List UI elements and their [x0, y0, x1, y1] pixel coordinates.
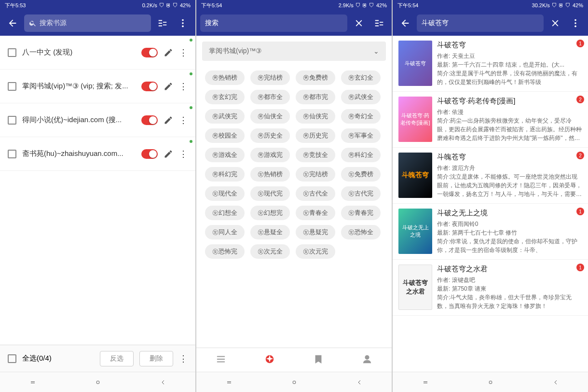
delete-button[interactable]: 删除: [139, 351, 173, 366]
category-tag[interactable]: ㊛次元全: [250, 244, 290, 259]
source-checkbox[interactable]: [8, 150, 16, 158]
edit-icon[interactable]: [164, 82, 173, 91]
more-menu-button[interactable]: [567, 14, 584, 32]
back-icon[interactable]: [356, 378, 363, 386]
category-tag[interactable]: ㊛次元完: [296, 244, 335, 259]
search-input[interactable]: 搜索: [200, 14, 347, 32]
source-dropdown[interactable]: 掌阅书城(vip)™③ ⌄: [202, 42, 386, 61]
tab-profile[interactable]: [362, 354, 372, 366]
edit-icon[interactable]: [164, 115, 173, 125]
category-tag[interactable]: ㊛免费榜: [341, 167, 381, 182]
status-speed: 30.2K/s: [532, 2, 550, 8]
category-tag[interactable]: ㊛青春完: [341, 206, 381, 220]
category-tag[interactable]: ㊚仙侠全: [250, 109, 290, 124]
category-tag[interactable]: ㊛悬疑完: [296, 225, 335, 239]
category-tag[interactable]: ㊚科幻完: [205, 167, 245, 182]
result-item[interactable]: 斗破苍穹之水君 斗破苍穹之水君 作者: 滚键盘吧最新: 第750章 请柬简介:斗…: [393, 260, 588, 316]
category-tag[interactable]: ㊛热销榜: [250, 167, 290, 182]
category-tag[interactable]: ㊚军事全: [341, 128, 381, 143]
category-tag[interactable]: ㊛现代全: [205, 186, 245, 201]
source-toggle[interactable]: [141, 82, 158, 91]
search-input[interactable]: 斗破苍穹: [417, 14, 544, 32]
category-tag[interactable]: ㊛幻想完: [250, 206, 290, 220]
category-tag[interactable]: ㊚竞技全: [296, 148, 335, 162]
recents-icon[interactable]: [29, 378, 37, 386]
category-tag[interactable]: ㊚仙侠完: [296, 109, 335, 124]
source-row[interactable]: 得间小说(优)~idejian.com (搜... ⋮: [0, 103, 195, 137]
result-item[interactable]: 斗魄苍穹 斗魄苍穹 作者: 渡厄方舟简介:沈立是废体，不能修炼。可一座绝世灵池突…: [393, 148, 588, 204]
more-icon[interactable]: ⋮: [179, 149, 188, 159]
category-tag[interactable]: ㊛恐怖完: [205, 244, 245, 259]
category-tag[interactable]: ㊚完结榜: [250, 70, 290, 85]
source-toggle[interactable]: [141, 149, 158, 159]
category-tag[interactable]: ㊛现代完: [250, 186, 290, 201]
book-meta: 作者: 渡厄方舟简介:沈立是废体，不能修炼。可一座绝世灵池突然出现眼前，让他成为…: [437, 164, 582, 198]
category-tag[interactable]: ㊚武侠完: [205, 109, 245, 124]
category-tag[interactable]: ㊚热销榜: [205, 70, 245, 85]
recents-icon[interactable]: [422, 378, 429, 386]
category-tag[interactable]: ㊛同人全: [205, 225, 245, 239]
close-button[interactable]: [350, 14, 368, 32]
system-nav: [196, 372, 392, 392]
more-menu-button[interactable]: [174, 14, 191, 32]
category-tag[interactable]: ㊚都市完: [296, 90, 335, 104]
invert-button[interactable]: 反选: [100, 351, 134, 366]
tab-bookshelf[interactable]: [216, 354, 226, 366]
category-tag[interactable]: ㊛恐怖全: [341, 225, 381, 239]
result-item[interactable]: 斗破苍穹 斗破苍穹 作者: 天蚕土豆最新: 第一千六百二十四章 结束，也是开始。…: [393, 36, 588, 92]
results-list: 斗破苍穹 斗破苍穹 作者: 天蚕土豆最新: 第一千六百二十四章 结束，也是开始。…: [393, 36, 588, 372]
category-tag[interactable]: ㊚游戏全: [205, 148, 245, 162]
source-checkbox[interactable]: [8, 48, 16, 57]
category-tag[interactable]: ㊚校园全: [205, 128, 245, 143]
category-tag[interactable]: ㊚玄幻完: [205, 90, 245, 104]
back-button[interactable]: [4, 14, 21, 32]
more-icon[interactable]: ⋮: [179, 115, 188, 126]
category-tag[interactable]: ㊛古代全: [296, 186, 335, 201]
search-input[interactable]: 搜索书源: [24, 14, 151, 32]
source-row[interactable]: 掌阅书城(vip)™③ (vip; 搜索; 发... ⋮: [0, 70, 195, 103]
category-tag[interactable]: ㊚科幻全: [341, 148, 381, 162]
more-icon[interactable]: ⋮: [179, 353, 188, 364]
source-checkbox[interactable]: [8, 82, 16, 91]
header: 搜索书源: [0, 11, 195, 36]
source-checkbox[interactable]: [8, 116, 16, 125]
source-row[interactable]: 八一中文 (发现) ⋮: [0, 36, 195, 70]
status-battery: 42%: [180, 2, 191, 8]
category-tag[interactable]: ㊚免费榜: [296, 70, 335, 85]
group-icon[interactable]: [154, 14, 171, 32]
category-tag[interactable]: ㊛悬疑全: [250, 225, 290, 239]
more-icon[interactable]: ⋮: [179, 47, 188, 58]
clear-button[interactable]: [547, 14, 564, 32]
edit-icon[interactable]: [164, 48, 173, 57]
category-tag[interactable]: ㊚玄幻全: [341, 70, 381, 85]
category-tag[interactable]: ㊚武侠全: [341, 90, 381, 104]
home-icon[interactable]: [487, 378, 494, 386]
recents-icon[interactable]: [225, 378, 233, 386]
tab-bookmark[interactable]: [313, 354, 324, 366]
category-tag[interactable]: ㊛青春全: [296, 206, 335, 220]
source-toggle[interactable]: [141, 115, 158, 125]
result-item[interactable]: 斗破苍穹·药老传奇[漫画] 斗破苍穹·药老传奇[漫画] 作者: 依漫简介:药尘—…: [393, 92, 588, 148]
category-tag[interactable]: ㊚都市全: [250, 90, 290, 104]
status-battery: 42%: [376, 2, 387, 8]
more-icon[interactable]: ⋮: [179, 81, 188, 92]
back-icon[interactable]: [159, 378, 167, 386]
back-icon[interactable]: [552, 378, 560, 386]
result-item[interactable]: 斗破之无上之境 斗破之无上之境 作者: 夜雨闻铃0最新: 第两千七百七十七章 修…: [393, 204, 588, 260]
category-tag[interactable]: ㊛完结榜: [296, 167, 335, 182]
category-tag[interactable]: ㊛幻想全: [205, 206, 245, 220]
home-icon[interactable]: [94, 378, 102, 386]
group-icon[interactable]: [370, 14, 388, 32]
source-toggle[interactable]: [141, 48, 158, 57]
category-tag[interactable]: ㊚历史完: [296, 128, 335, 143]
back-button[interactable]: [397, 14, 414, 32]
category-tag[interactable]: ㊚历史全: [250, 128, 290, 143]
home-icon[interactable]: [290, 378, 298, 386]
tab-discover[interactable]: [264, 354, 275, 366]
category-tag[interactable]: ㊛古代完: [341, 186, 381, 201]
category-tag[interactable]: ㊚奇幻全: [341, 109, 381, 124]
select-all-checkbox[interactable]: [8, 354, 16, 363]
category-tag[interactable]: ㊚游戏完: [250, 148, 290, 162]
edit-icon[interactable]: [164, 149, 173, 159]
source-row[interactable]: 斋书苑(hu)~zhaishuyuan.com... ⋮: [0, 137, 195, 171]
